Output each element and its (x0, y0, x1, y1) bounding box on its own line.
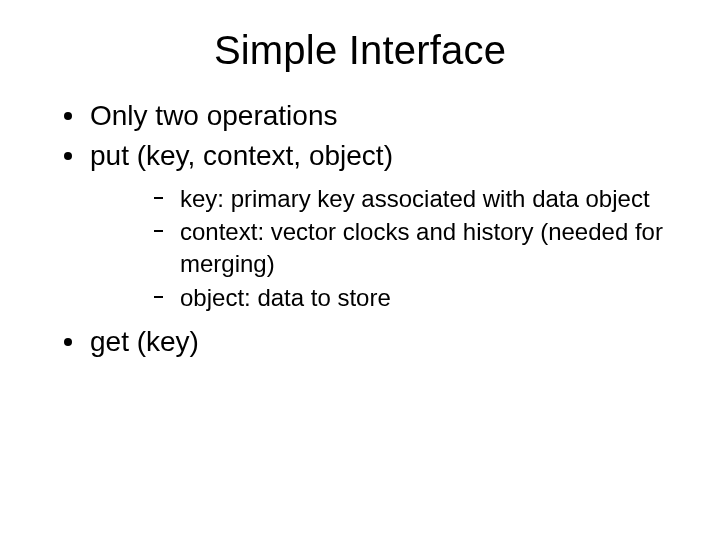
bullet-item: get (key) (64, 323, 676, 361)
sub-bullet-list: key: primary key associated with data ob… (90, 183, 676, 314)
bullet-text: get (key) (90, 326, 199, 357)
sub-bullet-text: object: data to store (180, 284, 391, 311)
bullet-text: Only two operations (90, 100, 337, 131)
bullet-item: Only two operations (64, 97, 676, 135)
bullet-text: put (key, context, object) (90, 140, 393, 171)
slide-title: Simple Interface (44, 28, 676, 73)
bullet-item: put (key, context, object) key: primary … (64, 137, 676, 313)
bullet-list: Only two operations put (key, context, o… (44, 97, 676, 361)
slide: Simple Interface Only two operations put… (0, 0, 720, 540)
sub-bullet-item: context: vector clocks and history (need… (154, 216, 676, 279)
sub-bullet-item: object: data to store (154, 282, 676, 314)
sub-bullet-text: context: vector clocks and history (need… (180, 218, 663, 277)
sub-bullet-text: key: primary key associated with data ob… (180, 185, 650, 212)
sub-bullet-item: key: primary key associated with data ob… (154, 183, 676, 215)
